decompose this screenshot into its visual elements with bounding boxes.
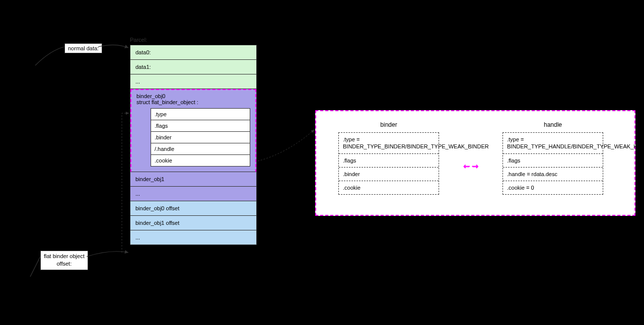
flat-binder-fields: .type .flags .binder /.handle .cookie [151,108,250,167]
detail-handle-col: handle .type = BINDER_TYPE_HANDLE/BINDER… [503,121,603,195]
binder-obj0-sub: struct flat_binder_object : [136,99,250,105]
parcel-label: Parcel: [130,37,147,43]
cell-dots3: ... [130,230,256,245]
cell-offset0: binder_obj0 offset [130,201,256,216]
handle-flags: .flags [503,154,603,168]
field-type: .type [151,109,250,120]
field-cookie: .cookie [151,155,250,166]
handle-handle: .handle = rdata.desc [503,168,603,181]
cell-binder-obj1: binder_obj1 [130,172,256,187]
handle-type: .type = BINDER_TYPE_HANDLE/BINDER_TYPE_W… [503,133,603,154]
binder-binder: .binder [339,168,439,181]
binder-cookie: .cookie [339,181,439,194]
label-flat-text: flat binder object offset: [44,253,85,267]
label-flat-binder: flat binder object offset: [40,251,88,270]
field-flags: .flags [151,120,250,132]
cell-dots2: ... [130,187,256,201]
handle-col-title: handle [503,121,603,128]
field-binder: .binder [151,132,250,143]
label-normal-data: normal data: [64,43,102,53]
cell-data0: data0: [130,45,256,60]
cell-binder-obj0: binder_obj0 struct flat_binder_object : … [130,89,256,172]
field-handle: /.handle [151,143,250,155]
handle-cookie: .cookie = 0 [503,181,603,194]
handle-dashed-box: .type = BINDER_TYPE_HANDLE/BINDER_TYPE_W… [503,132,603,195]
parcel-stack: data0: data1: ... binder_obj0 struct fla… [130,45,257,245]
double-arrow-icon: ⇜ ⇝ [463,161,478,171]
cell-dots1: ... [130,74,256,89]
detail-binder-col: binder .type = BINDER_TYPE_BINDER/BINDER… [338,121,439,195]
binder-dashed-box: .type = BINDER_TYPE_BINDER/BINDER_TYPE_W… [338,132,439,195]
binder-flags: .flags [339,154,439,168]
cell-data1: data1: [130,60,256,74]
binder-type: .type = BINDER_TYPE_BINDER/BINDER_TYPE_W… [339,133,439,154]
cell-offset1: binder_obj1 offset [130,216,256,230]
binder-obj0-title: binder_obj0 [136,93,250,99]
detail-box: binder .type = BINDER_TYPE_BINDER/BINDER… [315,110,635,216]
binder-col-title: binder [338,121,439,128]
